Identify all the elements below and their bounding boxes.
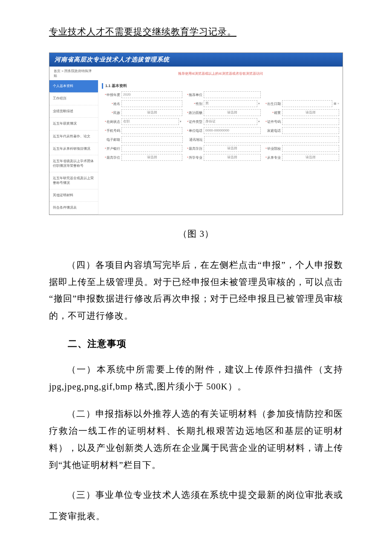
note-item-1: （一）本系统中所需要上传的附件，建议上传原件扫描件（支持 jpg,jpeg,pn… [49,361,343,395]
chevron-down-icon: ▾ [257,102,261,105]
label-unit-tel: 单位电话 [184,128,204,133]
sidebar-item-work-history[interactable]: 工作经历 [49,93,98,105]
input-apply-year[interactable]: 2020 [121,91,182,98]
chevron-down-icon: ▾ [257,120,261,123]
input-rec-unit[interactable] [204,91,261,98]
label-gender: 性别 [184,102,204,106]
label-mobile: 手机号码 [102,128,121,133]
label-idtype: 证件类型 [184,119,204,124]
label-degree: 最高学位 [102,155,121,160]
select-nation[interactable]: 请选择 [121,109,182,116]
sidebar-item-other-materials[interactable]: 其他证明材料 [49,189,98,202]
label-bank: 开户银行 [102,146,121,151]
input-school[interactable] [282,145,339,152]
select-work-major[interactable]: 请选择 [282,154,339,161]
browser-warning: 推荐使用IE浏览器或以上的IE浏览器或者谷歌浏览器访问 [98,69,343,78]
select-edu[interactable]: 请选择 [204,145,261,152]
note-item-3: （三）事业单位专业技术人选须在系统中提交最新的岗位审批表或工资审批表。 [49,484,343,527]
system-title-bar: 河南省高层次专业技术人才选拔管理系统 [49,53,343,67]
note-item-2: （二）申报指标以外推荐人选的有关证明材料（参加疫情防控和医疗救治一线工作的证明材… [49,406,343,474]
sidebar-nav: 个人基本资料 工作经历 业绩贡献综述 近五年获奖情况 近五年代表性著作、论文 近… [49,80,98,215]
select-native[interactable]: 请选择 [282,109,339,116]
label-political: 政治面貌 [184,110,204,115]
intro-sentence: 专业技术人才不需要提交继续教育学习记录。 [49,26,343,38]
label-apply-year: 申报年度 [102,93,121,97]
label-major: 所学专业 [184,155,204,160]
select-onjob[interactable]: 在职 [121,118,179,125]
input-unit-tel[interactable]: 0000-00000000 [204,127,261,134]
label-school: 毕业院校 [262,146,282,151]
select-idtype[interactable]: 身份证 [204,118,257,125]
sidebar-item-publications[interactable]: 近五年代表性著作、论文 [49,131,98,143]
input-home-tel[interactable] [282,127,339,134]
label-birth: 出生日期 [262,102,282,106]
input-birth[interactable] [282,100,332,107]
sidebar-item-academic[interactable]: 近五年省级及以上学术团体任职情况等荣誉称号 [49,155,98,172]
label-work-major: 从事专业 [262,155,282,160]
label-name: 姓名 [102,102,121,106]
sidebar-item-conditions[interactable]: 符合条件情况表 [49,202,98,214]
input-bank[interactable] [121,145,182,152]
label-idno: 证件号码 [262,119,282,124]
sidebar-item-basic-info[interactable]: 个人基本资料 [49,80,98,93]
input-mobile[interactable] [121,127,182,134]
sidebar-item-achievements[interactable]: 业绩贡献综述 [49,105,98,118]
sidebar-item-honors[interactable]: 近五年研究基金或及以上荣誉称号情况 [49,172,98,189]
section-heading-2: 二、注意事项 [49,337,343,350]
sidebar-item-research[interactable]: 近五年从事科研项目情况 [49,143,98,155]
form-section-title: 1.1 基本资料 [102,83,339,89]
figure-caption: （图 3） [49,228,343,240]
label-nation: 民族 [102,110,121,115]
select-major[interactable]: 请选择 [204,154,261,161]
embedded-screenshot: 河南省高层次专业技术人才选拔管理系统 首页 > 国务院政府特殊津贴 推荐使用IE… [49,52,343,215]
label-rec-unit: 推荐单位 [184,93,204,97]
breadcrumb[interactable]: 首页 > 国务院政府特殊津贴 [49,67,98,80]
label-email: 电子邮箱 [102,137,121,142]
select-degree[interactable]: 请选择 [121,154,182,161]
select-political[interactable]: 请选择 [204,109,261,116]
label-onjob: 在岗状态 [102,119,121,124]
chevron-down-icon: ▾ [179,120,182,123]
calendar-icon[interactable]: ▦ × [332,102,339,105]
label-home-tel: 家庭电话 [262,128,282,133]
label-edu: 最高学历 [184,146,204,151]
label-native: 籍贯 [262,110,282,115]
label-addr: 通讯地址 [184,137,204,142]
select-gender[interactable]: 男 [204,100,257,107]
input-idno[interactable] [282,118,339,125]
sidebar-item-awards[interactable]: 近五年获奖情况 [49,118,98,130]
input-addr[interactable] [204,136,339,143]
input-email[interactable] [121,136,183,143]
form-main: 1.1 基本资料 申报年度2020 推荐单位 姓名 性别男▾ 出生日期▦ × 民… [98,80,343,215]
input-name[interactable] [121,100,182,107]
paragraph-item-4: （四）各项目内容填写完毕后，在左侧栏点击“申报”，个人申报数据即上传至上级管理员… [49,257,343,325]
